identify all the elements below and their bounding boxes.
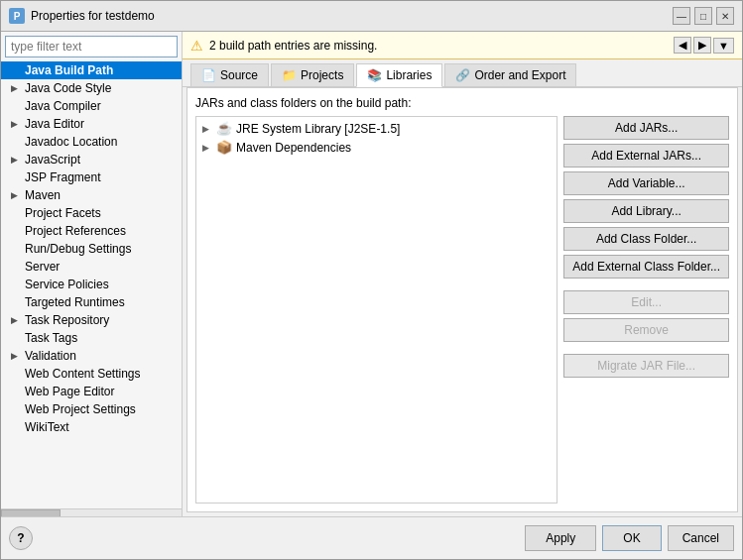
tree-icon-jre-system: ☕ <box>216 121 232 136</box>
sidebar-item-java-build-path[interactable]: Java Build Path <box>1 61 182 79</box>
apply-button[interactable]: Apply <box>525 525 596 551</box>
help-button[interactable]: ? <box>9 526 33 550</box>
tree-expand-jre-system: ▶ <box>202 124 212 134</box>
button-separator-separator1 <box>563 282 729 286</box>
sidebar-item-label-project-facets: Project Facets <box>25 206 101 220</box>
sidebar-item-web-project-settings[interactable]: Web Project Settings <box>1 400 182 418</box>
hscroll-thumb[interactable] <box>1 509 61 517</box>
sidebar-item-service-policies[interactable]: Service Policies <box>1 276 182 293</box>
sidebar-hscrollbar[interactable] <box>1 508 182 516</box>
tab-label-source: Source <box>220 68 258 82</box>
add-external-jars-button[interactable]: Add External JARs... <box>563 144 729 168</box>
right-panel: ⚠ 2 build path entries are missing. ◀ ▶ … <box>183 32 742 516</box>
tab-icon-projects: 📁 <box>282 68 297 82</box>
sidebar-item-validation[interactable]: ▶Validation <box>1 347 182 365</box>
add-variable-button[interactable]: Add Variable... <box>563 171 729 195</box>
tab-label-libraries: Libraries <box>386 68 432 82</box>
warning-bar: ⚠ 2 build path entries are missing. ◀ ▶ … <box>183 32 742 59</box>
expand-arrow-java-editor: ▶ <box>11 119 21 129</box>
sidebar-item-javascript[interactable]: ▶JavaScript <box>1 151 182 168</box>
tab-libraries[interactable]: 📚Libraries <box>356 63 442 87</box>
title-bar: P Properties for testdemo — □ ✕ <box>1 1 742 32</box>
expand-arrow-maven: ▶ <box>11 190 21 200</box>
sidebar-item-label-project-references: Project References <box>25 224 126 238</box>
tab-icon-source: 📄 <box>201 68 216 82</box>
warning-dropdown-button[interactable]: ▼ <box>713 38 734 54</box>
tree-label-jre-system: JRE System Library [J2SE-1.5] <box>236 122 400 136</box>
hscroll-track[interactable] <box>1 509 182 517</box>
sidebar-item-javadoc-location[interactable]: Javadoc Location <box>1 133 182 151</box>
window-controls: — □ ✕ <box>673 7 734 25</box>
sidebar-item-label-web-project-settings: Web Project Settings <box>25 402 136 416</box>
button-separator-separator2 <box>563 346 729 350</box>
sidebar-item-task-tags[interactable]: Task Tags <box>1 329 182 347</box>
sidebar-item-label-service-policies: Service Policies <box>25 278 109 291</box>
sidebar-item-label-java-compiler: Java Compiler <box>25 99 101 113</box>
dialog-icon: P <box>9 8 25 24</box>
sidebar-item-java-code-style[interactable]: ▶Java Code Style <box>1 79 182 97</box>
title-bar-left: P Properties for testdemo <box>9 8 155 24</box>
tab-icon-order-export: 🔗 <box>455 68 470 82</box>
migrate-jar-button: Migrate JAR File... <box>563 354 729 378</box>
sidebar-item-java-editor[interactable]: ▶Java Editor <box>1 115 182 133</box>
bottom-bar: ? Apply OK Cancel <box>1 516 742 559</box>
libraries-tree[interactable]: ▶☕JRE System Library [J2SE-1.5]▶📦Maven D… <box>195 116 557 504</box>
sidebar-item-label-web-content-settings: Web Content Settings <box>25 367 141 381</box>
warning-next-button[interactable]: ▶ <box>693 37 711 54</box>
sidebar-item-label-run-debug-settings: Run/Debug Settings <box>25 242 131 256</box>
sidebar-item-label-task-repository: Task Repository <box>25 313 109 327</box>
tab-label-order-export: Order and Export <box>474 68 565 82</box>
maximize-button[interactable]: □ <box>694 7 712 25</box>
add-external-class-folder-button[interactable]: Add External Class Folder... <box>563 255 729 279</box>
sidebar-item-label-targeted-runtimes: Targeted Runtimes <box>25 295 125 309</box>
edit-button: Edit... <box>563 290 729 314</box>
panel-body: JARs and class folders on the build path… <box>186 87 738 512</box>
sidebar-item-jsp-fragment[interactable]: JSP Fragment <box>1 168 182 186</box>
expand-arrow-validation: ▶ <box>11 351 21 361</box>
panel-description: JARs and class folders on the build path… <box>195 96 729 110</box>
add-jars-button[interactable]: Add JARs... <box>563 116 729 140</box>
sidebar-item-label-wikitext: WikiText <box>25 420 69 434</box>
filter-input[interactable] <box>5 36 178 57</box>
tree-icon-maven-deps: 📦 <box>216 140 232 155</box>
sidebar-item-label-maven: Maven <box>25 188 61 202</box>
close-button[interactable]: ✕ <box>716 7 734 25</box>
sidebar: Java Build Path▶Java Code StyleJava Comp… <box>1 32 183 516</box>
warning-prev-button[interactable]: ◀ <box>674 37 691 54</box>
tree-item-maven-deps[interactable]: ▶📦Maven Dependencies <box>198 138 555 157</box>
sidebar-item-java-compiler[interactable]: Java Compiler <box>1 97 182 115</box>
tree-item-jre-system[interactable]: ▶☕JRE System Library [J2SE-1.5] <box>198 119 555 138</box>
bottom-right-buttons: Apply OK Cancel <box>525 525 734 551</box>
warning-navigation: ◀ ▶ ▼ <box>674 37 734 54</box>
tab-source[interactable]: 📄Source <box>190 63 269 86</box>
sidebar-item-wikitext[interactable]: WikiText <box>1 418 182 436</box>
sidebar-item-maven[interactable]: ▶Maven <box>1 186 182 204</box>
cancel-button[interactable]: Cancel <box>668 525 734 551</box>
tab-label-projects: Projects <box>301 68 343 82</box>
sidebar-item-project-facets[interactable]: Project Facets <box>1 204 182 222</box>
expand-arrow-task-repository: ▶ <box>11 315 21 325</box>
sidebar-item-label-javadoc-location: Javadoc Location <box>25 135 117 149</box>
sidebar-item-run-debug-settings[interactable]: Run/Debug Settings <box>1 240 182 258</box>
sidebar-item-label-java-editor: Java Editor <box>25 117 84 131</box>
sidebar-item-web-content-settings[interactable]: Web Content Settings <box>1 365 182 383</box>
add-library-button[interactable]: Add Library... <box>563 199 729 223</box>
warning-message: 2 build path entries are missing. <box>209 39 377 53</box>
add-class-folder-button[interactable]: Add Class Folder... <box>563 227 729 251</box>
sidebar-item-web-page-editor[interactable]: Web Page Editor <box>1 383 182 400</box>
expand-arrow-java-code-style: ▶ <box>11 83 21 93</box>
tabs-bar: 📄Source📁Projects📚Libraries🔗Order and Exp… <box>183 59 742 87</box>
warning-icon: ⚠ <box>190 38 203 54</box>
dialog-title: Properties for testdemo <box>31 9 155 23</box>
sidebar-item-task-repository[interactable]: ▶Task Repository <box>1 311 182 329</box>
sidebar-item-project-references[interactable]: Project References <box>1 222 182 240</box>
tab-projects[interactable]: 📁Projects <box>271 63 354 86</box>
sidebar-item-targeted-runtimes[interactable]: Targeted Runtimes <box>1 293 182 311</box>
sidebar-item-server[interactable]: Server <box>1 258 182 276</box>
tab-order-export[interactable]: 🔗Order and Export <box>444 63 576 86</box>
ok-button[interactable]: OK <box>602 525 661 551</box>
minimize-button[interactable]: — <box>673 7 690 25</box>
sidebar-item-label-validation: Validation <box>25 349 76 363</box>
sidebar-item-label-web-page-editor: Web Page Editor <box>25 385 115 398</box>
sidebar-item-label-javascript: JavaScript <box>25 153 80 167</box>
